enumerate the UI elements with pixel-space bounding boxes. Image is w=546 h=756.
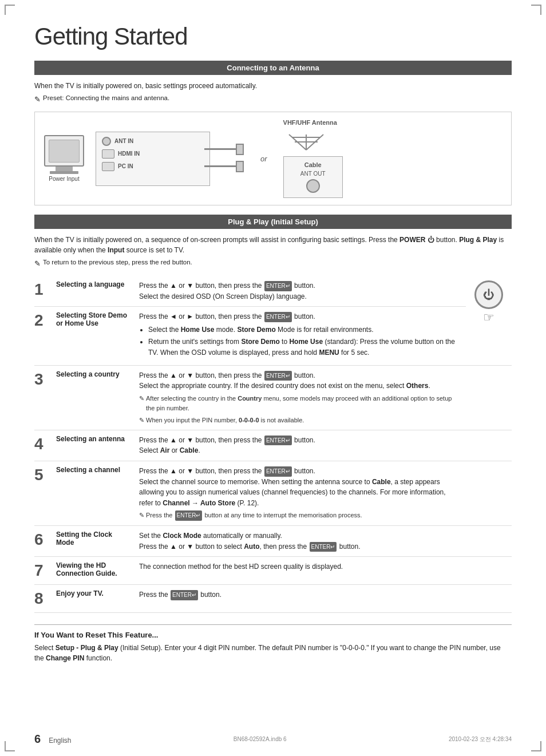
cable-port — [306, 179, 320, 193]
step-2-title: Selecting Store Demoor Home Use — [53, 307, 136, 365]
power-btn-circle: ⏻ — [474, 280, 503, 309]
step-3-note2: ✎ When you input the PIN number, 0-0-0-0… — [139, 415, 460, 425]
vhf-label: VHF/UHF Antenna — [283, 119, 337, 126]
ant-out-label: ANT OUT — [290, 171, 337, 177]
step-5-num: 5 — [34, 461, 53, 526]
pc-port — [102, 162, 114, 171]
power-symbol: ⏻ — [428, 236, 434, 244]
cable-line-top — [204, 148, 236, 150]
cable-lines — [204, 144, 244, 172]
cable-label: Cable — [290, 161, 337, 168]
reset-title: If You Want to Reset This Feature... — [34, 631, 512, 639]
power-bold: POWER — [399, 236, 425, 244]
power-input-label: Power Input — [49, 176, 79, 182]
reset-section: If You Want to Reset This Feature... Sel… — [34, 624, 512, 663]
enter-btn-2: ENTER↵ — [264, 312, 292, 322]
step-2-row: 2 Selecting Store Demoor Home Use Press … — [34, 307, 512, 365]
note-icon2: ✎ — [34, 259, 41, 268]
ant-in-port — [102, 137, 111, 146]
step-1-num: 1 — [34, 276, 53, 307]
corner-tr — [531, 5, 541, 15]
enter-btn-3: ENTER↵ — [264, 371, 292, 381]
steps-table: 1 Selecting a language Press the ▲ or ▼ … — [34, 276, 512, 613]
connector-section: ANT IN HDMI IN PC IN — [96, 132, 272, 186]
enter-btn-6: ENTER↵ — [310, 542, 337, 552]
cable-line-bot — [204, 165, 236, 167]
section1-note: ✎ Preset: Connecting the mains and anten… — [34, 94, 512, 104]
step-3-note1: ✎ After selecting the country in the Cou… — [139, 394, 460, 413]
power-btn-symbol: ⏻ — [483, 288, 494, 302]
input-bold: Input — [108, 246, 124, 254]
hdmi-row: HDMI IN — [102, 149, 204, 159]
step-7-num: 7 — [34, 557, 53, 585]
step-5-row: 5 Selecting a channel Press the ▲ or ▼ b… — [34, 461, 512, 526]
plug-play-bold: Plug & Play — [459, 236, 497, 244]
or-text: or — [260, 155, 267, 163]
step-3-row: 3 Selecting a country Press the ▲ or ▼ b… — [34, 365, 512, 430]
tv-unit: Power Input — [44, 135, 84, 182]
enter-btn-5: ENTER↵ — [264, 466, 292, 477]
step-1-content: Press the ▲ or ▼ button, then press the … — [136, 276, 466, 307]
note-icon: ✎ — [34, 95, 41, 104]
step-3-content: Press the ▲ or ▼ button, then press the … — [136, 365, 466, 430]
section1-body1: When the TV is initially powered on, bas… — [34, 81, 512, 91]
connections-box: ANT IN HDMI IN PC IN — [96, 132, 210, 186]
antenna-diagram: Power Input ANT IN HDMI IN PC IN — [34, 112, 512, 205]
tv-base — [50, 171, 78, 174]
cable-connector-top — [236, 144, 244, 155]
note-icon5: ✎ — [139, 510, 144, 520]
enter-btn-1: ENTER↵ — [264, 281, 292, 291]
step-6-row: 6 Setting the Clock Mode Set the Clock M… — [34, 525, 512, 556]
step-5-title: Selecting a channel — [53, 461, 136, 526]
tv-stand — [56, 167, 73, 171]
ant-in-row: ANT IN — [102, 137, 204, 146]
step-8-title: Enjoy your TV. — [53, 585, 136, 613]
footer-page-num: 6 — [34, 733, 41, 746]
enter-btn-5b: ENTER↵ — [175, 510, 203, 521]
reset-body: Select Setup - Plug & Play (Initial Setu… — [34, 643, 512, 663]
pc-in-row: PC IN — [102, 162, 204, 171]
step-7-title: Viewing the HD Connection Guide. — [53, 557, 136, 585]
section1-header: Connecting to an Antenna — [34, 61, 512, 75]
section2-header: Plug & Play (Initial Setup) — [34, 215, 512, 229]
page-title: Getting Started — [34, 23, 512, 50]
finger-icon: ☞ — [466, 310, 512, 325]
step-7-row: 7 Viewing the HD Connection Guide. The c… — [34, 557, 512, 585]
step-3-num: 3 — [34, 365, 53, 430]
hdmi-port — [102, 149, 114, 159]
step-8-num: 8 — [34, 585, 53, 613]
cable-box: Cable ANT OUT — [283, 156, 343, 198]
step-4-num: 4 — [34, 430, 53, 461]
section2-body: When the TV is initially powered on, a s… — [34, 235, 512, 255]
footer-date: 2010-02-23 오전 4:28:34 — [449, 735, 512, 743]
step-4-content: Press the ▲ or ▼ button, then press the … — [136, 430, 466, 461]
step-6-num: 6 — [34, 525, 53, 556]
corner-tl — [5, 5, 15, 15]
step-2-content: Press the ◄ or ► button, then press the … — [136, 307, 466, 365]
step-6-title: Setting the Clock Mode — [53, 525, 136, 556]
step-4-row: 4 Selecting an antenna Press the ▲ or ▼ … — [34, 430, 512, 461]
footer-file: BN68-02592A.indb 6 — [234, 736, 287, 742]
footer-left: 6 English — [34, 733, 71, 746]
tv-screen — [49, 140, 80, 163]
footer: 6 English BN68-02592A.indb 6 2010-02-23 … — [0, 733, 546, 746]
step-8-content: Press the ENTER↵ button. — [136, 585, 466, 613]
step-5-content: Press the ▲ or ▼ button, then press the … — [136, 461, 466, 526]
step-3-title: Selecting a country — [53, 365, 136, 430]
right-section: VHF/UHF Antenna Cable ANT OUT — [283, 119, 343, 198]
step-7-content: The connection method for the best HD sc… — [136, 557, 466, 585]
cable-connector-bot — [236, 161, 244, 172]
section2-note: ✎ To return to the previous step, press … — [34, 259, 512, 268]
step-1-title: Selecting a language — [53, 276, 136, 307]
step-6-content: Set the Clock Mode automatically or manu… — [136, 525, 466, 556]
power-image: ⏻ ☞ — [466, 276, 512, 365]
note-icon4: ✎ — [139, 415, 144, 425]
note-icon3: ✎ — [139, 394, 144, 403]
step-1-row: 1 Selecting a language Press the ▲ or ▼ … — [34, 276, 512, 307]
tv-box — [44, 135, 84, 167]
vhf-antenna-icon — [283, 132, 329, 152]
footer-lang: English — [49, 737, 71, 745]
step-2-num: 2 — [34, 307, 53, 365]
enter-btn-4: ENTER↵ — [264, 436, 292, 446]
enter-btn-8: ENTER↵ — [171, 590, 198, 600]
